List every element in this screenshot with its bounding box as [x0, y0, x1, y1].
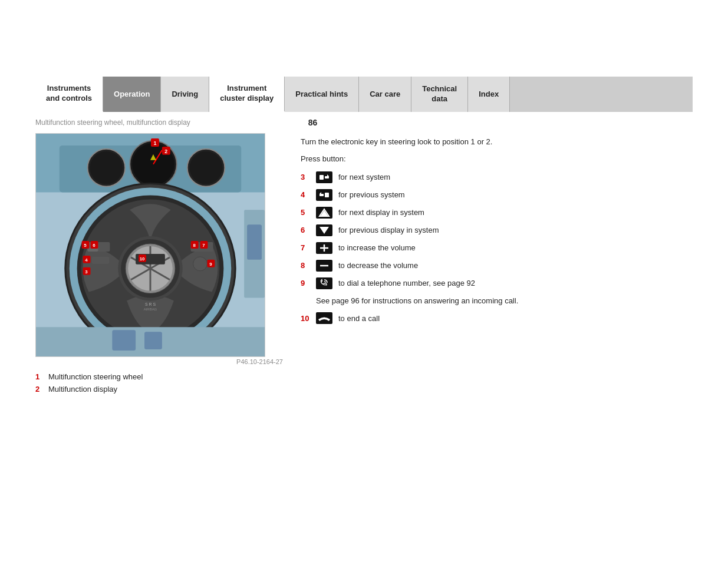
main-content: Multifunction steering wheel, multifunct… [35, 112, 693, 403]
btn-icon-prev-disp [316, 224, 332, 236]
caption-num-1: 1 [35, 372, 44, 381]
btn-icon-end-call [316, 312, 332, 324]
btn-desc-3: for next system [338, 173, 390, 181]
btn-desc-5: for next display in system [338, 208, 424, 217]
caption-item-2: 2 Multifunction display [35, 385, 283, 394]
btn-icon-next-disp [316, 207, 332, 219]
svg-rect-52 [112, 330, 136, 351]
svg-rect-53 [144, 332, 162, 349]
svg-text:AIRBAG: AIRBAG [144, 308, 157, 311]
caption-text-2: Multifunction display [48, 385, 117, 394]
svg-point-6 [90, 151, 123, 184]
button-item-10: 10 to end a call [301, 312, 693, 324]
svg-text:S R S: S R S [145, 302, 156, 306]
button-list: 3 for next system 4 [301, 171, 693, 289]
btn-num-3: 3 [301, 173, 310, 181]
caption-list: 1 Multifunction steering wheel 2 Multifu… [35, 372, 283, 394]
btn-icon-dial [316, 277, 332, 289]
svg-text:3: 3 [85, 269, 88, 275]
btn-num-6: 6 [301, 226, 310, 234]
btn-num-9: 9 [301, 279, 310, 287]
see-page-note: See page 96 for instructions on answerin… [316, 295, 693, 307]
caption-num-2: 2 [35, 385, 44, 394]
button-item-6: 6 for previous display in system [301, 224, 693, 236]
tab-technical-data[interactable]: Technical data [411, 77, 468, 112]
svg-text:1: 1 [153, 140, 156, 146]
svg-text:6: 6 [93, 243, 95, 248]
tab-index[interactable]: Index [468, 77, 510, 112]
svg-text:7: 7 [202, 243, 205, 248]
btn-num-5: 5 [301, 208, 310, 217]
btn-icon-minus [316, 260, 332, 272]
tab-driving[interactable]: Driving [161, 77, 209, 112]
tab-car-care[interactable]: Car care [359, 77, 411, 112]
page-subtitle-row: Multifunction steering wheel, multifunct… [35, 118, 693, 127]
tab-operation[interactable]: Operation [103, 77, 161, 112]
button-item-7: 7 to increase the volume [301, 242, 693, 254]
button-item-3: 3 for next system [301, 171, 693, 183]
btn-num-7: 7 [301, 243, 310, 252]
caption-text-1: Multifunction steering wheel [48, 372, 143, 381]
button-list-10: 10 to end a call [301, 312, 693, 324]
page-number: 86 [308, 118, 318, 127]
svg-point-8 [190, 151, 223, 184]
navigation-bar: Instruments and controls Operation Drivi… [35, 77, 693, 112]
svg-text:10: 10 [140, 256, 145, 262]
btn-desc-8: to decrease the volume [338, 261, 418, 270]
svg-rect-57 [319, 175, 324, 180]
svg-point-45 [193, 257, 207, 271]
steering-wheel-image: 1 2 [35, 133, 265, 357]
svg-rect-35 [92, 257, 110, 264]
button-item-8: 8 to decrease the volume [301, 260, 693, 272]
button-item-5: 5 for next display in system [301, 207, 693, 219]
btn-num-4: 4 [301, 190, 310, 199]
btn-icon-prev-sys [316, 189, 332, 201]
btn-num-8: 8 [301, 261, 310, 270]
content-area: 1 2 [35, 133, 693, 397]
image-caption: P46.10-2164-27 [35, 358, 283, 365]
btn-desc-10: to end a call [338, 314, 380, 323]
btn-desc-9: to dial a telephone number, see page 92 [338, 279, 475, 287]
btn-num-10: 10 [301, 314, 310, 323]
caption-item-1: 1 Multifunction steering wheel [35, 372, 283, 381]
btn-desc-7: to increase the volume [338, 243, 416, 252]
svg-rect-61 [325, 193, 329, 197]
instruction-line2: Press button: [301, 153, 693, 166]
instruction-line1: Turn the electronic key in steering look… [301, 136, 693, 148]
right-panel: Turn the electronic key in steering look… [301, 133, 693, 397]
svg-rect-55 [247, 224, 262, 260]
button-item-4: 4 for previous system [301, 189, 693, 201]
svg-text:9: 9 [209, 262, 212, 267]
svg-text:5: 5 [84, 243, 87, 248]
btn-icon-plus [316, 242, 332, 254]
btn-desc-6: for previous display in system [338, 226, 439, 234]
tab-instruments-and-controls[interactable]: Instruments and controls [35, 77, 103, 112]
button-item-9: 9 to dial a telephone number, see page 9… [301, 277, 693, 289]
svg-text:8: 8 [193, 243, 196, 248]
left-panel: 1 2 [35, 133, 283, 397]
tab-practical-hints[interactable]: Practical hints [285, 77, 359, 112]
btn-desc-4: for previous system [338, 190, 405, 199]
svg-text:4: 4 [85, 257, 88, 263]
svg-text:2: 2 [164, 148, 167, 154]
subtitle-text: Multifunction steering wheel, multifunct… [35, 118, 190, 127]
btn-icon-next-sys [316, 171, 332, 183]
tab-instrument-cluster-display[interactable]: Instrument cluster display [209, 77, 285, 112]
